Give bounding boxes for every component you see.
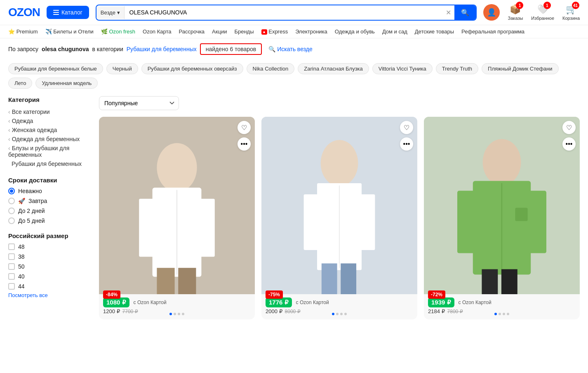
dot	[182, 313, 184, 315]
dot	[336, 313, 339, 315]
nav-electronics[interactable]: Электроника	[295, 28, 327, 35]
search-everywhere-icon: 🔍	[268, 46, 275, 52]
nav-express[interactable]: ● Express	[261, 28, 288, 35]
svg-point-9	[321, 140, 358, 186]
rocket-icon: 🚀	[18, 198, 25, 204]
price-ozon-label-2: с Ozon Картой	[296, 300, 329, 305]
delivery-2days[interactable]: До 2 дней	[8, 208, 91, 214]
user-avatar[interactable]: 👤	[483, 4, 500, 21]
chevron-icon: ‹	[8, 136, 10, 142]
clear-search-icon[interactable]: ✕	[442, 5, 454, 20]
tag-2[interactable]: Рубашки для беременных оверсайз	[141, 63, 243, 74]
size-48[interactable]: 48	[8, 243, 91, 250]
delivery-section: Сроки доставки Неважно 🚀 Завтра До 2 дне…	[8, 177, 91, 224]
price-ozon-label-3: с Ozon Картой	[459, 300, 492, 305]
nav-kids[interactable]: Детские товары	[415, 28, 454, 35]
catalog-label: Каталог	[61, 9, 82, 16]
favorites-icon-item[interactable]: 🤍 1 Избранное	[531, 4, 554, 21]
nav-tickets[interactable]: ✈️ Билеты и Отели	[45, 28, 94, 35]
search-everywhere-link[interactable]: 🔍 Искать везде	[268, 46, 312, 52]
image-dots-3	[494, 313, 509, 315]
nav-brands[interactable]: Бренды	[234, 28, 254, 35]
more-button-3[interactable]: •••	[562, 137, 576, 151]
nav-home[interactable]: Дом и сад	[382, 28, 407, 35]
view-all-sizes[interactable]: Посмотреть все	[8, 292, 91, 298]
sidebar-all-categories[interactable]: ‹Все категории	[8, 107, 91, 116]
svg-rect-5	[197, 199, 215, 257]
search-prefix: По запросу	[8, 46, 38, 52]
discount-badge-3: -72%	[428, 290, 445, 299]
sort-select[interactable]: Популярные По цене (возрастание) По цене…	[99, 96, 179, 110]
tag-4[interactable]: Zarina Атласная Блузка	[298, 63, 369, 74]
search-bar: Везде ▾ ✕ 🔍	[96, 5, 477, 21]
header: OZON Каталог Везде ▾ ✕ 🔍 👤 📦 1 Заказы	[0, 0, 588, 25]
svg-rect-6	[157, 268, 174, 294]
delivery-5days[interactable]: До 5 дней	[8, 217, 91, 224]
favorite-button-3[interactable]: ♡	[562, 121, 576, 134]
nav-fresh[interactable]: 🌿 Ozon fresh	[101, 28, 135, 35]
checkbox-icon	[8, 283, 15, 290]
tag-8[interactable]: Лето	[8, 78, 32, 89]
size-38[interactable]: 38	[8, 253, 91, 260]
more-button-1[interactable]: •••	[238, 137, 251, 151]
more-button-2[interactable]: •••	[400, 137, 413, 151]
category-section: Категория ‹Все категории ‹Одежда ‹Женска…	[8, 96, 91, 168]
cart-icon-item[interactable]: 🛒 41 Корзина	[562, 4, 580, 21]
category-link[interactable]: Рубашки для беременных	[127, 46, 197, 52]
nav-credit[interactable]: Рассрочка	[179, 28, 205, 35]
price-regular-3: 2184 ₽	[428, 308, 445, 314]
found-count: найдено 6 товаров	[200, 43, 262, 55]
tag-1[interactable]: Черный	[106, 63, 138, 74]
price-row-3: 1939 ₽ с Ozon Картой	[428, 297, 576, 307]
product-illustration-2	[261, 117, 417, 294]
nav-referral[interactable]: Реферальная программа	[461, 28, 524, 35]
search-button[interactable]: 🔍	[454, 5, 476, 20]
price-regular-1: 1200 ₽	[103, 308, 120, 314]
delivery-any[interactable]: Неважно	[8, 188, 91, 194]
tag-5[interactable]: Vittoria Vicci Туника	[372, 63, 433, 74]
category-title: Категория	[8, 96, 91, 103]
sidebar-womens-clothing[interactable]: ‹Женская одежда	[8, 125, 91, 135]
product-info-2: 1776 ₽ с Ozon Картой 2000 ₽ 8000 ₽	[261, 294, 417, 319]
search-input[interactable]	[125, 6, 442, 19]
search-in-category: в категории	[92, 46, 123, 52]
sidebar-shirts-active[interactable]: Рубашки для беременных	[8, 159, 91, 168]
sidebar-blouses-shirts[interactable]: ‹Блузы и рубашки для беременных	[8, 144, 91, 159]
ozon-logo[interactable]: OZON	[8, 6, 40, 19]
nav-card[interactable]: Ozon Карта	[143, 28, 171, 35]
nav-sales[interactable]: Акции	[212, 28, 227, 35]
sidebar-maternity[interactable]: ‹Одежда для беременных	[8, 135, 91, 144]
favorite-button-1[interactable]: ♡	[238, 121, 251, 134]
nav-bar: ⭐ Premium ✈️ Билеты и Отели 🌿 Ozon fresh…	[0, 25, 588, 38]
sidebar-clothing[interactable]: ‹Одежда	[8, 116, 91, 125]
image-dots-2	[332, 313, 347, 315]
product-illustration-1	[99, 117, 255, 294]
delivery-tomorrow[interactable]: 🚀 Завтра	[8, 198, 91, 204]
card-actions-1: ♡ •••	[238, 121, 251, 151]
price-old-3: 7800 ₽	[447, 309, 463, 314]
tag-7[interactable]: Пляжный Домик Стефани	[482, 63, 559, 74]
catalog-button[interactable]: Каталог	[47, 6, 89, 19]
tag-3[interactable]: Nika Collection	[247, 63, 295, 74]
radio-empty-icon	[8, 198, 15, 204]
size-40[interactable]: 40	[8, 273, 91, 280]
orders-icon-item[interactable]: 📦 1 Заказы	[508, 4, 523, 21]
svg-rect-7	[178, 268, 196, 294]
nav-premium[interactable]: ⭐ Premium	[8, 28, 38, 35]
tag-9[interactable]: Удлиненная модель	[35, 78, 98, 89]
nav-clothing[interactable]: Одежда и обувь	[335, 28, 375, 35]
chevron-icon: ‹	[8, 145, 10, 151]
orders-badge: 1	[516, 2, 523, 9]
product-info-1: 1080 ₽ с Ozon Картой 1200 ₽ 7700 ₽	[99, 294, 255, 319]
size-44[interactable]: 44	[8, 283, 91, 290]
search-location-dropdown[interactable]: Везде ▾	[96, 6, 125, 19]
checkbox-icon	[8, 273, 15, 280]
tag-0[interactable]: Рубашки для беременных белые	[8, 63, 103, 74]
dot	[503, 313, 505, 315]
svg-point-17	[483, 139, 521, 185]
tag-6[interactable]: Trendy Truth	[436, 63, 478, 74]
dot-active	[494, 313, 497, 315]
svg-rect-14	[322, 263, 337, 294]
size-50[interactable]: 50	[8, 263, 91, 270]
favorite-button-2[interactable]: ♡	[400, 121, 413, 134]
